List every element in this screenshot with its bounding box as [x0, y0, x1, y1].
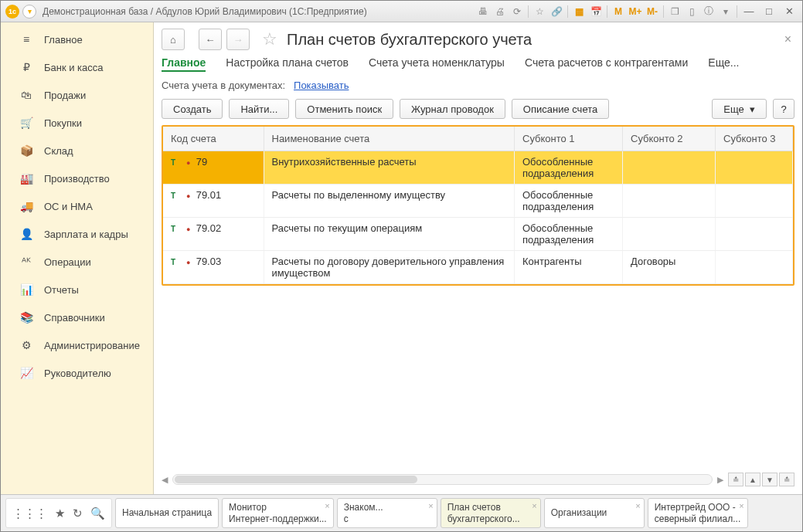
- sidebar-item-2[interactable]: 🛍Продажи: [1, 81, 153, 109]
- accounts-table[interactable]: Код счетаНаименование счетаСубконто 1Суб…: [163, 127, 793, 284]
- create-button[interactable]: Создать: [162, 99, 223, 119]
- close-button[interactable]: ✕: [781, 5, 798, 19]
- cell-code: ● 79: [163, 151, 264, 185]
- cell-code: ● 79.02: [163, 218, 264, 251]
- sidebar-item-4[interactable]: 📦Склад: [1, 137, 153, 164]
- find-button[interactable]: Найти...: [229, 99, 289, 119]
- sidebar-item-0[interactable]: ≡Главное: [1, 25, 153, 53]
- inner-tab-1[interactable]: Настройка плана счетов: [226, 56, 349, 72]
- more-button[interactable]: Еще ▾: [712, 99, 767, 119]
- fav-icon[interactable]: ★: [55, 507, 65, 520]
- table-row[interactable]: ● 79.03 Расчеты по договору доверительно…: [163, 251, 793, 284]
- footer-tab-1[interactable]: МониторИнтернет-поддержки...×: [222, 498, 334, 528]
- tab-close-icon[interactable]: ×: [635, 501, 640, 511]
- nav-label: Главное: [44, 34, 83, 46]
- scroll-down-icon[interactable]: ▼: [762, 473, 777, 486]
- inner-tab-2[interactable]: Счета учета номенклатуры: [369, 56, 505, 72]
- history-icon[interactable]: ↻: [73, 507, 83, 520]
- m-minus-icon[interactable]: M-: [646, 5, 658, 18]
- col-header[interactable]: Наименование счета: [264, 127, 515, 151]
- sidebar-item-7[interactable]: 👤Зарплата и кадры: [1, 220, 153, 248]
- windows-icon[interactable]: ❐: [669, 5, 681, 18]
- cell-s3: [716, 185, 793, 218]
- scroll-right-icon[interactable]: ▶: [717, 475, 723, 485]
- inner-tab-3[interactable]: Счета расчетов с контрагентами: [525, 56, 688, 72]
- scroll-up-icon[interactable]: ▲: [745, 473, 760, 486]
- inner-tab-4[interactable]: Еще...: [708, 56, 739, 72]
- scroll-bottom-icon[interactable]: ≛: [779, 473, 794, 486]
- app-logo-icon: 1c: [5, 5, 19, 19]
- tab-close-icon[interactable]: ×: [325, 501, 329, 511]
- footer-tab-3[interactable]: План счетовбухгалтерского...×: [441, 498, 541, 528]
- search-icon[interactable]: 🔍: [90, 507, 105, 520]
- nav-icon: ₽: [19, 61, 33, 73]
- footer-tab-2[interactable]: Знаком...с×: [337, 498, 437, 528]
- help-button[interactable]: ?: [773, 99, 794, 119]
- m-icon[interactable]: M: [612, 5, 624, 18]
- footer-tab-4[interactable]: Организации×: [544, 498, 645, 528]
- star-icon[interactable]: ☆: [533, 5, 546, 18]
- col-header[interactable]: Субконто 3: [716, 127, 793, 151]
- forward-button[interactable]: →: [226, 29, 250, 50]
- back-button[interactable]: ←: [199, 29, 222, 50]
- table-row[interactable]: ● 79 Внутрихозяйственные расчеты Обособл…: [163, 151, 793, 185]
- home-button[interactable]: ⌂: [162, 29, 185, 50]
- info-icon[interactable]: ⓘ: [703, 5, 715, 18]
- cell-name: Внутрихозяйственные расчеты: [264, 151, 515, 185]
- refresh-icon[interactable]: ⟳: [511, 5, 523, 18]
- description-button[interactable]: Описание счета: [512, 99, 609, 119]
- col-header[interactable]: Субконто 1: [515, 127, 623, 151]
- sidebar-item-3[interactable]: 🛒Покупки: [1, 109, 153, 137]
- calendar-icon[interactable]: 📅: [590, 5, 602, 18]
- maximize-button[interactable]: □: [760, 5, 777, 19]
- sidebar-item-11[interactable]: ⚙Администрирование: [1, 331, 153, 359]
- subline-link[interactable]: Показывать: [294, 80, 349, 91]
- tab-close-icon[interactable]: ×: [428, 501, 433, 511]
- footer-tab-0[interactable]: Начальная страница: [115, 498, 219, 528]
- print-icon[interactable]: 🖨: [494, 5, 506, 18]
- sidebar-item-9[interactable]: 📊Отчеты: [1, 276, 153, 303]
- nav-icon: ⚙: [19, 339, 33, 351]
- sidebar-item-12[interactable]: 📈Руководителю: [1, 359, 153, 387]
- scroll-left-icon[interactable]: ◀: [162, 475, 168, 485]
- tab-close-icon[interactable]: ×: [739, 501, 743, 511]
- calc-icon[interactable]: ▦: [573, 5, 585, 18]
- nav-label: Зарплата и кадры: [44, 229, 128, 240]
- nav-label: Склад: [44, 145, 73, 157]
- tab-close-icon[interactable]: ×: [532, 501, 536, 511]
- dropdown-icon[interactable]: ▾: [22, 5, 36, 19]
- nav-icon: 📦: [19, 144, 33, 157]
- sidebar-item-1[interactable]: ₽Банк и касса: [1, 53, 153, 81]
- inner-tab-0[interactable]: Главное: [162, 56, 206, 72]
- nav-label: Операции: [44, 256, 91, 268]
- table-row[interactable]: ● 79.02 Расчеты по текущим операциям Обо…: [163, 218, 793, 251]
- m-plus-icon[interactable]: M+: [629, 5, 641, 18]
- cell-s1: Обособленные подразделения: [515, 151, 623, 185]
- sidebar-item-6[interactable]: 🚚ОС и НМА: [1, 192, 153, 220]
- sidebar-item-8[interactable]: ᴬᴷОперации: [1, 248, 153, 276]
- journal-button[interactable]: Журнал проводок: [400, 99, 505, 119]
- panel-icon[interactable]: ▯: [686, 5, 698, 18]
- save-icon[interactable]: 🖶: [477, 5, 489, 18]
- sidebar-item-10[interactable]: 📚Справочники: [1, 303, 153, 331]
- col-header[interactable]: Код счета: [163, 127, 264, 151]
- minimize-button[interactable]: —: [740, 5, 757, 19]
- nav-label: Производство: [44, 173, 110, 185]
- page-close-button[interactable]: ×: [781, 29, 794, 49]
- footer-tab-5[interactable]: Интертрейд ООО -северный филиал...×: [648, 498, 748, 528]
- info-drop-icon[interactable]: ▾: [720, 5, 732, 18]
- scrollbar[interactable]: [172, 474, 713, 485]
- content: ⌂ ← → ☆ План счетов бухгалтерского учета…: [154, 22, 802, 494]
- cancel-find-button[interactable]: Отменить поиск: [295, 99, 393, 119]
- link-icon[interactable]: 🔗: [550, 5, 563, 18]
- sidebar-item-5[interactable]: 🏭Производство: [1, 164, 153, 192]
- apps-icon[interactable]: ⋮⋮⋮: [12, 507, 47, 520]
- favorite-icon[interactable]: ☆: [262, 29, 277, 49]
- nav-label: Справочники: [44, 312, 105, 324]
- cell-s1: Обособленные подразделения: [515, 218, 623, 251]
- table-row[interactable]: ● 79.01 Расчеты по выделенному имуществу…: [163, 185, 793, 218]
- col-header[interactable]: Субконто 2: [623, 127, 716, 151]
- inner-tabs: ГлавноеНастройка плана счетовСчета учета…: [162, 56, 794, 72]
- nav-icon: 📚: [19, 311, 33, 324]
- scroll-top-icon[interactable]: ≛: [728, 473, 743, 486]
